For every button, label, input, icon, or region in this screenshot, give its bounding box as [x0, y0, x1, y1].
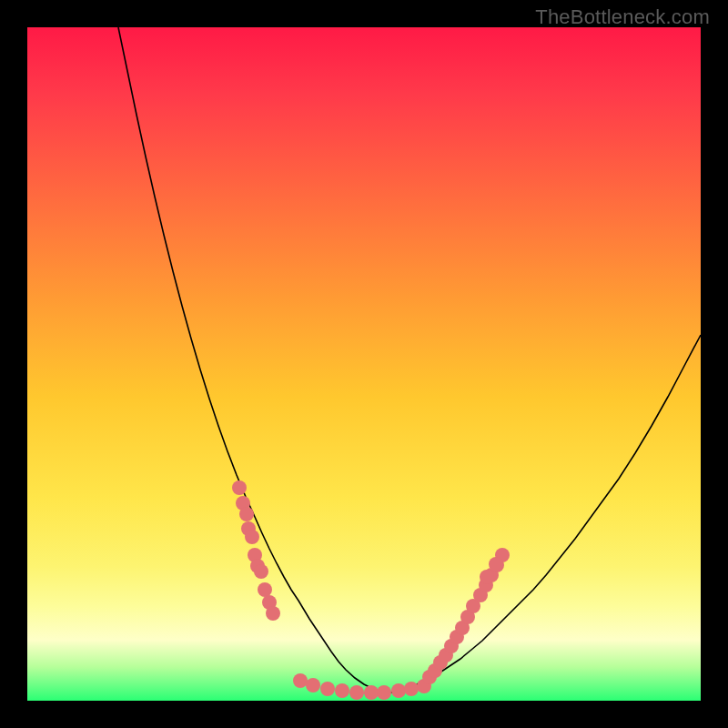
data-marker [335, 683, 349, 698]
data-marker [250, 559, 265, 573]
data-marker [391, 683, 406, 698]
data-marker [473, 588, 488, 602]
data-marker [404, 682, 419, 696]
data-marker [460, 610, 475, 624]
data-marker [262, 595, 277, 610]
data-marker [466, 599, 480, 613]
data-marker [239, 507, 254, 521]
plot-area [27, 27, 701, 701]
data-markers [232, 480, 510, 700]
data-marker [450, 630, 464, 644]
data-marker [417, 679, 431, 693]
data-marker [377, 685, 391, 700]
data-marker [254, 564, 268, 579]
data-marker [236, 496, 250, 511]
bottleneck-curve [118, 27, 701, 693]
data-marker [306, 678, 320, 693]
data-marker [439, 648, 453, 662]
data-marker [433, 655, 448, 670]
data-marker [349, 685, 364, 700]
data-marker [245, 530, 259, 544]
data-marker [258, 582, 272, 597]
data-marker [232, 480, 247, 495]
data-marker [320, 682, 335, 696]
watermark: TheBottleneck.com [535, 5, 710, 29]
data-marker [364, 685, 379, 700]
data-marker [484, 568, 499, 582]
data-marker [428, 663, 442, 678]
data-marker [489, 557, 503, 571]
data-marker [293, 673, 308, 688]
data-marker [479, 578, 493, 592]
data-marker [495, 548, 510, 562]
data-marker [266, 606, 280, 621]
data-marker [248, 548, 262, 562]
data-marker [480, 570, 494, 584]
data-marker [422, 670, 437, 684]
data-marker [490, 558, 504, 572]
data-marker [444, 639, 459, 653]
data-marker [455, 621, 470, 635]
chart-svg [27, 27, 701, 701]
data-marker [241, 521, 256, 536]
chart-frame: TheBottleneck.com [0, 0, 728, 728]
